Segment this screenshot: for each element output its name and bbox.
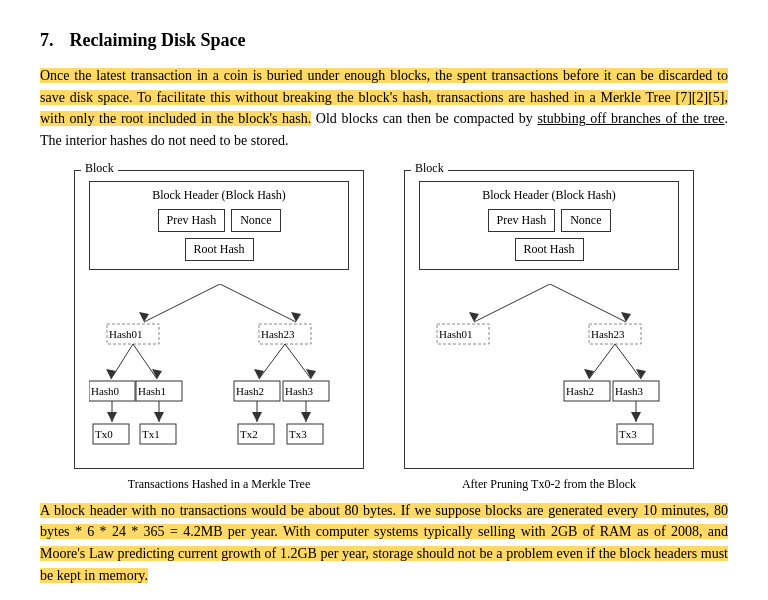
svg-marker-27 [154, 412, 164, 422]
right-root-hash-row: Root Hash [430, 238, 668, 261]
right-nonce: Nonce [561, 209, 610, 232]
right-caption: After Pruning Tx0-2 from the Block [462, 477, 636, 492]
right-block-header: Block Header (Block Hash) Prev Hash Nonc… [419, 181, 679, 270]
svg-marker-31 [301, 412, 311, 422]
svg-text:Hash23: Hash23 [261, 328, 295, 340]
svg-text:Hash01: Hash01 [439, 328, 473, 340]
left-block-label: Block [81, 161, 118, 176]
svg-line-50 [615, 344, 641, 379]
svg-text:Hash23: Hash23 [591, 328, 625, 340]
intro-paragraph: Once the latest transaction in a coin is… [40, 65, 728, 152]
left-nonce: Nonce [231, 209, 280, 232]
svg-marker-29 [252, 412, 262, 422]
diagrams-row: Block Block Header (Block Hash) Prev Has… [40, 170, 728, 492]
svg-text:Tx0: Tx0 [95, 428, 113, 440]
svg-line-14 [285, 344, 311, 379]
closing-paragraph: A block header with no transactions woul… [40, 500, 728, 587]
left-prev-hash: Prev Hash [158, 209, 226, 232]
section-number: 7. [40, 30, 54, 51]
svg-line-2 [220, 284, 296, 322]
left-header-title: Block Header (Block Hash) [100, 188, 338, 203]
right-root-hash: Root Hash [515, 238, 584, 261]
left-header-fields: Prev Hash Nonce [100, 209, 338, 232]
left-root-hash: Root Hash [185, 238, 254, 261]
right-header-title: Block Header (Block Hash) [430, 188, 668, 203]
closing-highlight-2: storage should not be a problem even if … [40, 546, 728, 583]
svg-text:Tx3: Tx3 [289, 428, 307, 440]
svg-line-42 [550, 284, 626, 322]
right-header-fields: Prev Hash Nonce [430, 209, 668, 232]
svg-marker-25 [107, 412, 117, 422]
left-diagram: Block Block Header (Block Hash) Prev Has… [74, 170, 364, 469]
closing-highlight-1: blocks are [485, 503, 543, 518]
stubbing-text: stubbing off branches of the tree [537, 111, 724, 126]
right-diagram-container: Block Block Header (Block Hash) Prev Has… [404, 170, 694, 492]
section-title: Reclaiming Disk Space [70, 30, 246, 51]
right-diagram: Block Block Header (Block Hash) Prev Has… [404, 170, 694, 469]
right-tree-wrapper: Hash01 Hash23 Hash2 Hash3 [419, 284, 679, 454]
left-caption: Transactions Hashed in a Merkle Tree [128, 477, 311, 492]
left-root-hash-row: Root Hash [100, 238, 338, 261]
svg-text:Tx3: Tx3 [619, 428, 637, 440]
svg-line-12 [259, 344, 285, 379]
svg-line-10 [133, 344, 157, 379]
svg-text:Hash0: Hash0 [91, 385, 120, 397]
right-prev-hash: Prev Hash [488, 209, 556, 232]
svg-text:Tx1: Tx1 [142, 428, 160, 440]
svg-text:Hash1: Hash1 [138, 385, 166, 397]
right-tree-svg: Hash01 Hash23 Hash2 Hash3 [419, 284, 681, 454]
svg-line-8 [111, 344, 133, 379]
svg-text:Hash3: Hash3 [615, 385, 644, 397]
left-block-header: Block Header (Block Hash) Prev Hash Nonc… [89, 181, 349, 270]
right-block-label: Block [411, 161, 448, 176]
svg-text:Hash2: Hash2 [236, 385, 264, 397]
left-tree-svg: Hash01 Hash23 Hash0 [89, 284, 351, 454]
intro-text-2: Old blocks can [316, 111, 407, 126]
intro-emphasis: only the root included in the block's ha… [70, 111, 312, 126]
svg-text:Hash3: Hash3 [285, 385, 314, 397]
svg-line-0 [144, 284, 220, 322]
then-word: then [407, 111, 431, 126]
left-diagram-container: Block Block Header (Block Hash) Prev Has… [74, 170, 364, 492]
svg-line-40 [474, 284, 550, 322]
left-tree-wrapper: Hash01 Hash23 Hash0 [89, 284, 349, 454]
svg-text:Hash2: Hash2 [566, 385, 594, 397]
intro-text-3: be compacted by [431, 111, 538, 126]
svg-line-48 [589, 344, 615, 379]
svg-text:Tx2: Tx2 [240, 428, 258, 440]
svg-text:Hash01: Hash01 [109, 328, 143, 340]
svg-marker-57 [631, 412, 641, 422]
closing-text-1: A block header with no transactions woul… [40, 503, 544, 518]
